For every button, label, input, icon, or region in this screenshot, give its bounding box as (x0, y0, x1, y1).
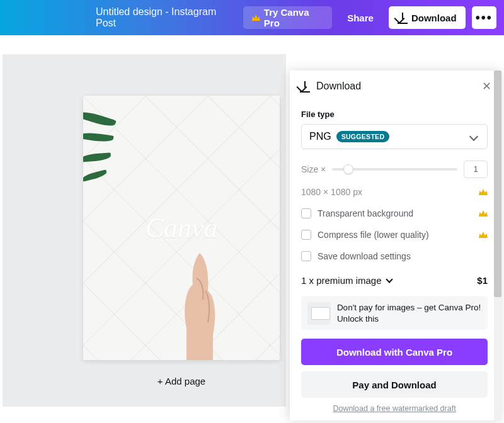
close-icon[interactable]: ✕ (482, 79, 491, 93)
size-row: Size × 1 (301, 161, 488, 178)
crown-icon (479, 230, 488, 240)
chevron-down-icon (469, 132, 478, 141)
file-type-select[interactable]: PNG SUGGESTED (301, 124, 488, 149)
hands-image (171, 253, 228, 360)
promo-thumbnail (307, 302, 331, 325)
top-bar: Untitled design - Instagram Post Try Can… (0, 0, 504, 35)
workspace: Canva + Add page Download ✕ File type PN… (0, 35, 504, 423)
download-pro-label: Download with Canva Pro (336, 347, 452, 358)
file-type-value: PNG (309, 131, 331, 142)
compress-label: Compress file (lower quality) (318, 230, 429, 240)
download-pro-button[interactable]: Download with Canva Pro (301, 339, 488, 365)
watermarked-draft-link[interactable]: Download a free watermarked draft (301, 404, 488, 413)
more-icon: ••• (476, 11, 493, 25)
file-type-label: File type (301, 110, 488, 119)
pay-download-button[interactable]: Pay and Download (301, 371, 488, 398)
crown-icon (252, 14, 260, 21)
panel-header: Download ✕ (290, 70, 501, 101)
panel-body: File type PNG SUGGESTED Size × 1 1080 × … (290, 101, 501, 413)
download-panel: Download ✕ File type PNG SUGGESTED Size … (290, 70, 501, 420)
dimensions-text: 1080 × 1080 px (301, 187, 362, 197)
pay-download-label: Pay and Download (352, 380, 436, 390)
checkbox[interactable] (301, 208, 311, 218)
checkbox[interactable] (301, 230, 311, 240)
premium-summary-row[interactable]: 1 x premium image $1 (301, 275, 488, 286)
suggested-badge: SUGGESTED (336, 131, 390, 142)
transparent-bg-option[interactable]: Transparent background (301, 208, 488, 218)
try-pro-button[interactable]: Try Canva Pro (243, 6, 332, 29)
save-settings-option[interactable]: Save download settings (301, 251, 488, 261)
chevron-down-icon (386, 276, 392, 283)
size-label: Size × (301, 164, 326, 174)
design-canvas[interactable]: Canva (83, 96, 280, 360)
panel-title: Download (316, 81, 361, 92)
add-page-button[interactable]: + Add page (83, 368, 280, 394)
premium-price: $1 (477, 275, 488, 286)
download-icon (398, 13, 408, 23)
add-page-label: + Add page (158, 376, 205, 386)
pro-promo: Don't pay for images – get Canva Pro! Un… (301, 296, 488, 330)
dimensions-row: 1080 × 1080 px (301, 187, 488, 197)
crown-icon (479, 208, 488, 218)
size-input[interactable]: 1 (464, 161, 488, 178)
save-settings-label: Save download settings (318, 251, 411, 261)
compress-option[interactable]: Compress file (lower quality) (301, 230, 488, 240)
document-title: Untitled design - Instagram Post (96, 6, 231, 29)
crown-icon (479, 187, 488, 197)
share-label: Share (347, 13, 374, 23)
download-button[interactable]: Download (389, 6, 466, 29)
promo-text: Don't pay for images – get Canva Pro! Un… (337, 302, 481, 324)
scroll-thumb[interactable] (494, 70, 501, 297)
more-button[interactable]: ••• (472, 6, 496, 29)
transparent-bg-label: Transparent background (318, 208, 413, 218)
canvas-frame: Canva + Add page (3, 54, 286, 407)
size-slider[interactable] (332, 168, 457, 171)
download-icon (300, 81, 310, 91)
download-label: Download (411, 13, 457, 23)
share-button[interactable]: Share (338, 6, 382, 29)
canva-watermark: Canva (146, 212, 218, 244)
try-pro-label: Try Canva Pro (264, 7, 323, 28)
slider-knob[interactable] (343, 164, 353, 174)
checkbox[interactable] (301, 251, 311, 261)
panel-scrollbar[interactable] (494, 70, 501, 420)
premium-summary-text: 1 x premium image (301, 275, 382, 286)
